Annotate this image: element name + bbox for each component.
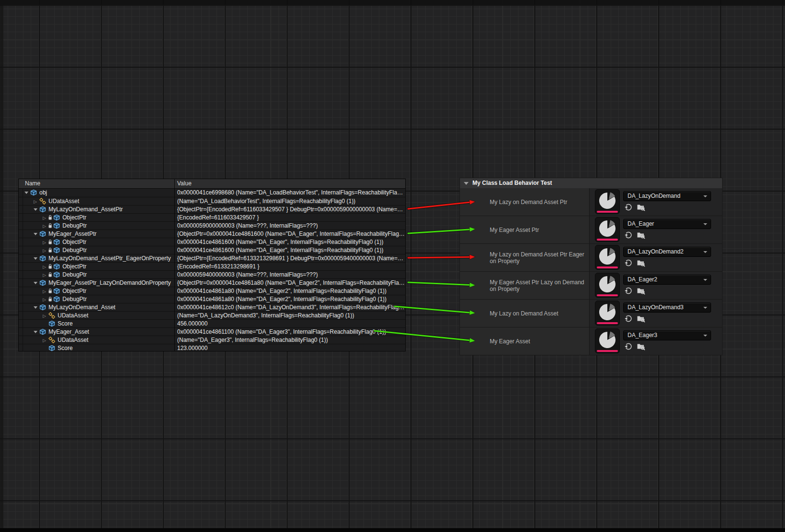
asset-type-color-bar [597,350,618,352]
property-label: My Lazy on Demand Asset Ptr [460,188,590,216]
asset-thumbnail[interactable] [595,328,620,353]
expander-icon[interactable] [33,206,39,213]
property-value-cell: DA_LazyOnDemand [590,188,722,216]
property-value-cell: DA_Eager2 [590,272,722,299]
expander-icon[interactable] [42,214,48,221]
expander-icon[interactable] [42,344,48,352]
table-row[interactable]: obj 0x0000041ce6998680 (Name="DA_LoadBeh… [19,189,405,197]
use-selected-asset-button[interactable] [624,259,632,267]
property-value: 456.000000 [174,320,405,327]
expander-icon[interactable] [33,279,39,287]
use-selected-asset-button[interactable] [624,287,632,295]
table-row[interactable]: UDataAsset (Name="DA_LazyOnDemand3", Int… [19,311,405,319]
column-divider[interactable] [174,179,175,351]
expander-icon[interactable] [42,271,48,278]
table-row[interactable]: UDataAsset (Name="DA_LoadBehaviorTest", … [19,197,405,205]
expander-icon[interactable] [33,230,39,238]
expander-icon[interactable] [42,287,48,295]
asset-thumbnail[interactable] [595,245,620,270]
expander-icon[interactable] [42,320,48,327]
table-row[interactable]: ObjectPtr 0x0000041ce4861600 (Name="DA_E… [19,238,405,246]
table-row[interactable]: DebugPtr 0x0000041ce4861a80 (Name="DA_Ea… [19,295,405,303]
column-header-name[interactable]: Name [25,179,40,188]
use-selected-asset-button[interactable] [624,231,632,239]
asset-thumbnail[interactable] [595,301,620,326]
name-cell: Score [19,344,197,352]
browse-to-asset-button[interactable] [637,287,645,295]
graph-canvas[interactable]: Name Value obj 0x0000041ce6998680 (Name= [0,0,785,532]
table-row[interactable]: MyLazyOnDemand_AssetPtr_EagerOnProperty … [19,254,405,262]
browse-to-asset-button[interactable] [637,259,645,267]
expander-icon[interactable] [42,246,48,254]
expander-icon[interactable] [42,336,48,344]
table-row[interactable]: DebugPtr 0x0000059400000003 (Name=???, I… [19,270,405,278]
lock-icon [48,223,52,229]
expander-icon[interactable] [42,238,48,246]
asset-picker-dropdown[interactable]: DA_Eager3 [623,330,711,340]
expander-icon[interactable] [33,254,39,262]
struct-icon [39,230,47,237]
name-cell: MyLazyOnDemand_AssetPtr [19,206,188,213]
asset-picker-dropdown[interactable]: DA_LazyOnDemand [623,191,711,201]
asset-picker-dropdown[interactable]: DA_LazyOnDemand2 [623,247,711,257]
category-header[interactable]: My Class Load Behavior Test [460,178,722,189]
asset-picker-dropdown[interactable]: DA_LazyOnDemand3 [623,302,711,313]
property-name: MyLazyOnDemand_AssetPtr_EagerOnProperty [48,254,171,262]
browse-to-asset-button[interactable] [637,231,645,239]
collapse-arrow-icon[interactable] [464,182,469,185]
table-row[interactable]: MyLazyOnDemand_AssetPtr {ObjectPtr={Enco… [19,205,405,213]
property-value: (Name="DA_LoadBehaviorTest", InternalFla… [174,197,405,205]
table-row[interactable]: ObjectPtr 0x0000041ce4861a80 (Name="DA_E… [19,287,405,295]
asset-thumbnail[interactable] [595,217,620,242]
property-row: My Eager Asset Ptr DA_Eager [460,216,722,244]
browse-to-asset-button[interactable] [637,314,645,323]
name-cell: DebugPtr [19,271,197,278]
asset-type-color-bar [597,294,618,296]
expander-icon[interactable] [33,197,39,205]
property-value: {EncodedRef=6116033429507 } [174,214,405,221]
table-row[interactable]: Score 456.000000 [19,319,405,327]
use-selected-asset-button[interactable] [624,314,632,323]
table-row[interactable]: DebugPtr 0x0000059000000003 (Name=???, I… [19,221,405,230]
table-row[interactable]: MyEager_Asset 0x0000041ce4861100 (Name="… [19,327,405,336]
browse-to-asset-button[interactable] [637,203,645,211]
expander-icon[interactable] [42,295,48,303]
asset-picker-dropdown[interactable]: DA_Eager2 [623,275,711,285]
property-label: My Eager Asset [460,327,590,355]
column-header-value[interactable]: Value [177,179,192,188]
name-cell: MyEager_Asset [19,328,188,336]
canvas-bottom-edge [0,528,785,532]
struct-icon [53,271,60,278]
asset-thumbnail[interactable] [595,189,620,214]
browse-to-asset-button[interactable] [637,342,645,351]
expander-icon[interactable] [33,303,39,311]
property-value-cell: DA_Eager [590,216,722,243]
expander-icon[interactable] [42,222,48,230]
asset-picker-dropdown[interactable]: DA_Eager [623,219,711,229]
property-value: 0x0000041ce4861a80 (Name="DA_Eager2", In… [174,287,405,295]
property-value-cell: DA_Eager3 [590,327,722,355]
table-header: Name Value [19,179,405,189]
name-cell: DebugPtr [19,295,197,303]
asset-thumbnail[interactable] [595,273,620,298]
table-row[interactable]: ObjectPtr {EncodedRef=6133213298691 } [19,262,405,270]
name-cell: obj [19,189,179,196]
table-row[interactable]: MyLazyOnDemand_Asset 0x0000041ce48612c0 … [19,303,405,311]
expander-icon[interactable] [33,328,39,336]
property-value: {EncodedRef=6133213298691 } [174,263,405,270]
use-selected-asset-button[interactable] [624,342,632,351]
table-row[interactable]: DebugPtr 0x0000041ce4861600 (Name="DA_Ea… [19,246,405,254]
table-row[interactable]: MyEager_AssetPtr_LazyOnDemandOnProperty … [19,278,405,287]
expander-icon[interactable] [42,263,48,270]
property-row: My Lazy on Demand Asset Ptr Eager on Pro… [460,244,722,272]
table-row[interactable]: ObjectPtr {EncodedRef=6116033429507 } [19,213,405,221]
expander-icon[interactable] [24,189,30,196]
property-row: My Lazy on Demand Asset Ptr DA_LazyOnDem… [460,188,722,216]
expander-icon[interactable] [42,312,48,319]
table-row[interactable]: MyEager_AssetPtr {ObjectPtr=0x0000041ce4… [19,230,405,238]
table-row[interactable]: Score 123.000000 [19,344,405,352]
struct-icon [39,304,47,311]
property-value: 0x0000041ce4861600 (Name="DA_Eager", Int… [174,238,405,246]
table-row[interactable]: UDataAsset (Name="DA_Eager3", InternalFl… [19,336,405,344]
use-selected-asset-button[interactable] [624,203,632,211]
